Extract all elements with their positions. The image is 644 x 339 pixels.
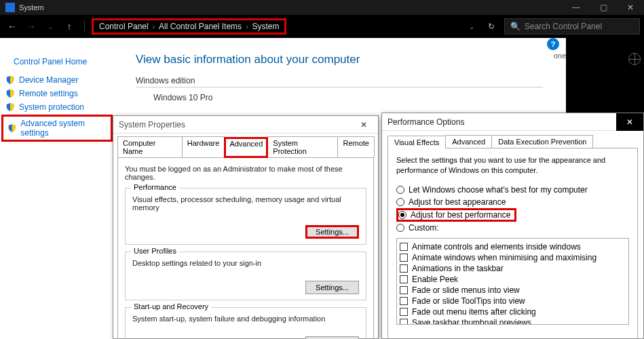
breadcrumb-item[interactable]: All Control Panel Items [159,22,242,31]
dialog-title: System Properties [119,120,355,129]
tab-visual-effects[interactable]: Visual Effects [387,136,446,148]
checkbox-icon [400,286,408,294]
radio-custom[interactable]: Custom: [396,222,629,234]
startup-recovery-settings-button[interactable]: Settings... [305,336,359,339]
group-legend: Performance [131,183,179,191]
check-item[interactable]: Enable Peek [400,274,626,285]
dialog-close-button[interactable]: ✕ [355,120,373,129]
dialog-title: Performance Options [387,117,616,127]
tab-dep[interactable]: Data Execution Prevention [491,135,593,148]
check-label: Animate controls and elements inside win… [412,242,581,252]
radio-best-appearance[interactable]: Adjust for best appearance [396,196,629,208]
page-heading: View basic information about your comput… [136,53,566,66]
check-item[interactable]: Fade or slide menus into view [400,285,626,296]
checkbox-icon [400,319,408,325]
check-label: Animations in the taskbar [412,264,504,273]
tab-strip: Visual Effects Advanced Data Execution P… [382,131,643,148]
search-placeholder: Search Control Panel [525,22,602,31]
group-description: Visual effects, processor scheduling, me… [132,195,359,212]
check-label: Enable Peek [412,275,458,284]
tab-system-protection[interactable]: System Protection [267,136,338,157]
tab-remote[interactable]: Remote [337,136,375,157]
address-dropdown-button[interactable]: ⌄ [465,23,478,31]
back-button[interactable]: ← [4,18,20,35]
radio-icon [396,198,404,206]
close-button[interactable]: ✕ [617,0,644,15]
search-input[interactable]: 🔍 Search Control Panel [504,18,640,35]
startup-recovery-group: Start-up and Recovery System start-up, s… [125,307,366,339]
panel-note: Select the settings that you want to use… [396,155,629,176]
user-profiles-group: User Profiles Desktop settings related t… [125,252,366,300]
up-button[interactable]: ↑ [61,18,77,35]
breadcrumb[interactable]: Control Panel › All Control Panel Items … [92,18,286,35]
check-item[interactable]: Save taskbar thumbnail previews [400,317,626,325]
radio-label: Custom: [409,223,439,233]
sidebar-item-remote-settings[interactable]: Remote settings [0,87,114,100]
radio-label: Let Windows choose what's best for my co… [409,185,588,195]
check-label: Animate windows when minimising and maxi… [412,253,596,262]
search-icon: 🔍 [510,22,520,31]
check-label: Fade out menu items after clicking [412,307,536,317]
checkbox-icon [400,264,408,273]
radio-label: Adjust for best performance [411,210,510,220]
performance-group: Performance Visual effects, processor sc… [125,188,366,245]
group-legend: User Profiles [131,247,179,255]
sidebar-item-system-protection[interactable]: System protection [0,100,114,114]
tab-strip: Computer Name Hardware Advanced System P… [113,134,378,157]
checkbox-icon [400,254,408,262]
radio-let-windows-choose[interactable]: Let Windows choose what's best for my co… [396,184,629,196]
globe-icon [628,53,641,65]
maximize-button[interactable]: ▢ [590,0,617,15]
shield-icon [5,75,15,85]
sidebar: Control Panel Home Device Manager Remote… [0,54,114,142]
breadcrumb-item[interactable]: Control Panel [99,22,149,31]
tab-advanced[interactable]: Advanced [224,137,268,158]
check-item[interactable]: Fade or slide ToolTips into view [400,296,626,306]
check-item[interactable]: Animations in the taskbar [400,263,626,274]
tab-advanced[interactable]: Advanced [445,135,492,148]
chevron-right-icon: › [153,23,155,31]
windows-edition-header: Windows edition [136,76,543,87]
radio-icon [396,224,404,232]
shield-icon [5,102,15,112]
group-legend: Start-up and Recovery [131,302,211,311]
checkbox-icon [400,297,408,305]
tab-hardware[interactable]: Hardware [182,136,225,157]
sidebar-item-advanced-system-settings[interactable]: Advanced system settings [1,115,113,142]
recent-locations-button[interactable]: ⌄ [42,18,58,35]
visual-effects-checklist[interactable]: Animate controls and elements inside win… [396,238,629,325]
radio-icon [396,186,404,194]
sidebar-item-label: System protection [19,102,84,112]
checkbox-icon [400,243,408,251]
dialog-titlebar: Performance Options ✕ [382,113,643,131]
sidebar-item-device-manager[interactable]: Device Manager [0,73,114,87]
system-properties-dialog: System Properties ✕ Computer Name Hardwa… [113,115,379,339]
minimize-button[interactable]: — [563,0,590,15]
windows-edition-value: Windows 10 Pro [136,93,566,102]
check-item[interactable]: Animate windows when minimising and maxi… [400,252,626,263]
group-description: System start-up, system failure and debu… [132,315,359,323]
dialog-titlebar: System Properties ✕ [113,116,378,134]
chevron-right-icon: › [246,23,248,31]
forward-button[interactable]: → [23,18,39,35]
radio-label: Adjust for best appearance [409,197,506,207]
help-badge-icon[interactable]: ? [547,38,559,50]
window-title: System [19,3,563,12]
refresh-button[interactable]: ↻ [481,22,501,31]
group-description: Desktop settings related to your sign-in [132,259,359,267]
control-panel-home-link[interactable]: Control Panel Home [0,54,114,73]
tab-computer-name[interactable]: Computer Name [117,136,183,157]
sidebar-item-label: Remote settings [19,89,78,98]
admin-note: You must be logged on as an Administrato… [125,165,366,181]
breadcrumb-item[interactable]: System [252,22,279,31]
sidebar-item-label: Device Manager [19,75,78,85]
user-profiles-settings-button[interactable]: Settings... [305,281,359,294]
check-item[interactable]: Animate controls and elements inside win… [400,241,626,252]
dialog-close-button[interactable]: ✕ [616,113,643,131]
system-app-icon [5,3,15,12]
content-area: View basic information about your comput… [136,53,566,102]
performance-settings-button[interactable]: Settings... [305,225,359,239]
check-item[interactable]: Fade out menu items after clicking [400,306,626,317]
radio-best-performance[interactable]: Adjust for best performance [396,208,516,222]
window-titlebar: System — ▢ ✕ [0,0,644,15]
